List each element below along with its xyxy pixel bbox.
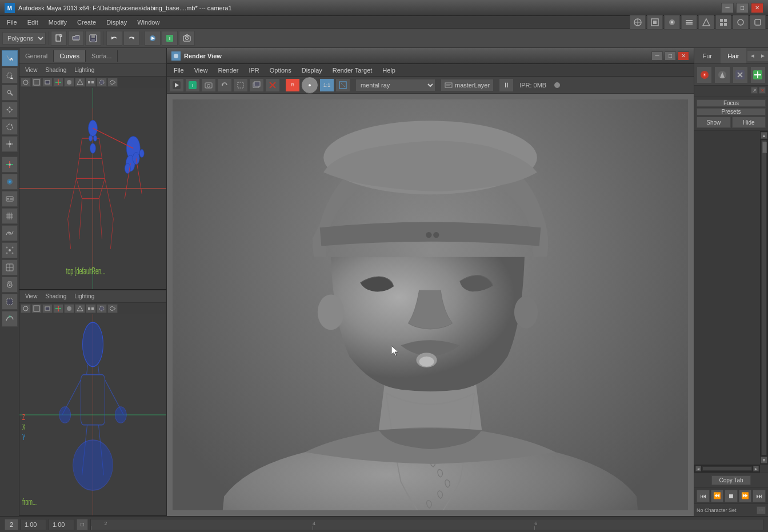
snap-to-view-btn[interactable] xyxy=(2,259,18,275)
pb-skip-fwd[interactable]: ⏭ xyxy=(753,490,766,502)
menu-file[interactable]: File xyxy=(2,18,22,27)
ri-icon-4[interactable] xyxy=(750,66,766,83)
timeline[interactable]: 2 4 6 xyxy=(90,519,763,530)
soft-select-btn[interactable] xyxy=(2,174,18,190)
render-menu-target[interactable]: Render Target xyxy=(328,66,377,75)
rv-select-region-btn[interactable] xyxy=(233,78,248,92)
vt-b-btn-5[interactable] xyxy=(64,304,74,313)
vt-btn-7[interactable] xyxy=(86,78,96,87)
pb-stop[interactable]: ⏹ xyxy=(725,490,738,502)
rv-refresh-btn[interactable] xyxy=(217,78,232,92)
render-menu-file[interactable]: File xyxy=(169,66,189,75)
hide-button[interactable]: Hide xyxy=(732,117,766,128)
vt-btn-5[interactable] xyxy=(64,78,74,87)
scroll-thumb[interactable] xyxy=(761,140,767,455)
show-manip-btn[interactable] xyxy=(2,191,18,207)
camera-tools-btn[interactable] xyxy=(2,277,18,293)
save-scene-btn[interactable] xyxy=(85,31,101,46)
lasso-select-btn[interactable] xyxy=(2,67,18,83)
render-view-maximize[interactable]: □ xyxy=(665,51,676,61)
toolbar-icon-2[interactable] xyxy=(647,15,663,30)
vt-b-btn-8[interactable] xyxy=(97,304,107,313)
rv-scale-btn[interactable]: 1:1 xyxy=(319,78,334,92)
tab-curves[interactable]: Curves xyxy=(54,50,86,62)
viewport-bottom-shading[interactable]: Shading xyxy=(42,293,70,300)
rv-render-btn[interactable] xyxy=(169,78,184,92)
vt-btn-1[interactable] xyxy=(21,78,31,87)
pb-play-fwd[interactable]: ⏩ xyxy=(739,490,752,502)
toolbar-icon-8[interactable] xyxy=(750,15,766,30)
ri-icon-3[interactable] xyxy=(733,66,748,83)
minimize-button[interactable]: ─ xyxy=(721,3,734,13)
tab-hair[interactable]: Hair xyxy=(721,48,747,63)
h-scroll-left[interactable]: ◄ xyxy=(695,466,701,471)
vt-b-btn-9[interactable] xyxy=(107,304,118,313)
viewport-lighting-menu[interactable]: Lighting xyxy=(71,66,98,74)
close-button[interactable]: ✕ xyxy=(751,3,763,13)
viewport-view-menu[interactable]: View xyxy=(22,66,41,74)
tab-general[interactable]: General xyxy=(19,50,54,62)
menu-window[interactable]: Window xyxy=(133,18,164,27)
ipr-btn[interactable]: I xyxy=(162,31,178,46)
rv-fit-btn[interactable] xyxy=(335,78,350,92)
render-menu-ipr[interactable]: IPR xyxy=(244,66,263,75)
vt-btn-3[interactable] xyxy=(42,78,53,87)
toolbar-icon-1[interactable] xyxy=(630,15,646,30)
status-extra-btn[interactable]: □ xyxy=(77,519,88,530)
render-view-minimize[interactable]: ─ xyxy=(651,51,663,61)
char-set-menu-btn[interactable]: ⋯ xyxy=(757,506,766,514)
vt-btn-8[interactable] xyxy=(97,78,107,87)
vt-b-btn-1[interactable] xyxy=(21,304,31,313)
panel-expand-btn[interactable]: ◄ xyxy=(747,51,758,61)
pb-skip-back[interactable]: ⏮ xyxy=(697,490,710,502)
toolbar-icon-4[interactable] xyxy=(681,15,697,30)
render-view-close[interactable]: ✕ xyxy=(678,51,689,61)
vertical-scrollbar[interactable]: ▲ ▼ xyxy=(760,131,768,465)
menu-edit[interactable]: Edit xyxy=(23,18,43,27)
open-scene-btn[interactable] xyxy=(68,31,84,46)
pb-play-back[interactable]: ⏪ xyxy=(711,490,724,502)
vt-b-btn-2[interactable] xyxy=(31,304,42,313)
scroll-up-btn[interactable]: ▲ xyxy=(761,132,767,139)
snap-to-grid-btn[interactable] xyxy=(2,208,18,224)
new-scene-btn[interactable] xyxy=(51,31,67,46)
rv-rgb-btn[interactable]: R xyxy=(285,78,300,92)
snap-to-point-btn[interactable] xyxy=(2,242,18,258)
snap-to-curve-btn[interactable] xyxy=(2,225,18,241)
vt-btn-9[interactable] xyxy=(107,78,118,87)
move-tool-btn[interactable] xyxy=(2,102,18,118)
tab-fur[interactable]: Fur xyxy=(694,48,721,63)
focus-button[interactable]: Focus xyxy=(697,99,766,107)
polygon-mode-select[interactable]: Polygons xyxy=(2,32,46,45)
ri-icon-1[interactable] xyxy=(697,66,712,83)
maximize-button[interactable]: □ xyxy=(736,3,749,13)
vt-b-btn-7[interactable] xyxy=(86,304,96,313)
rv-alpha-btn[interactable]: ● xyxy=(301,77,318,94)
render-menu-view[interactable]: View xyxy=(190,66,213,75)
rv-snapshot-btn[interactable] xyxy=(201,78,216,92)
viewport-shading-menu[interactable]: Shading xyxy=(42,66,70,74)
snapshot-btn[interactable] xyxy=(179,31,195,46)
render-menu-help[interactable]: Help xyxy=(378,66,400,75)
panel-close-btn[interactable]: ✕ xyxy=(759,87,766,94)
rv-keep-image-btn[interactable] xyxy=(249,78,264,92)
panel-collapse-btn[interactable]: ► xyxy=(758,51,768,61)
h-scroll-right[interactable]: ► xyxy=(753,466,759,471)
undo-btn[interactable] xyxy=(106,31,122,46)
select-tool-btn[interactable] xyxy=(2,50,18,66)
render-region-btn[interactable] xyxy=(2,294,18,310)
menu-create[interactable]: Create xyxy=(73,18,101,27)
toolbar-icon-5[interactable] xyxy=(698,15,714,30)
tab-surface[interactable]: Surfa... xyxy=(86,50,118,62)
toolbar-icon-7[interactable] xyxy=(733,15,749,30)
redo-btn[interactable] xyxy=(123,31,139,46)
presets-button[interactable]: Presets xyxy=(697,108,766,115)
universal-manip-btn[interactable] xyxy=(2,157,18,173)
copy-tab-button[interactable]: Copy Tab xyxy=(711,475,750,485)
vt-btn-2[interactable] xyxy=(31,78,42,87)
toolbar-icon-6[interactable] xyxy=(715,15,731,30)
menu-display[interactable]: Display xyxy=(102,18,131,27)
viewport-bottom-view[interactable]: View xyxy=(22,293,41,300)
render-menu-options[interactable]: Options xyxy=(265,66,296,75)
vt-btn-6[interactable] xyxy=(75,78,85,87)
